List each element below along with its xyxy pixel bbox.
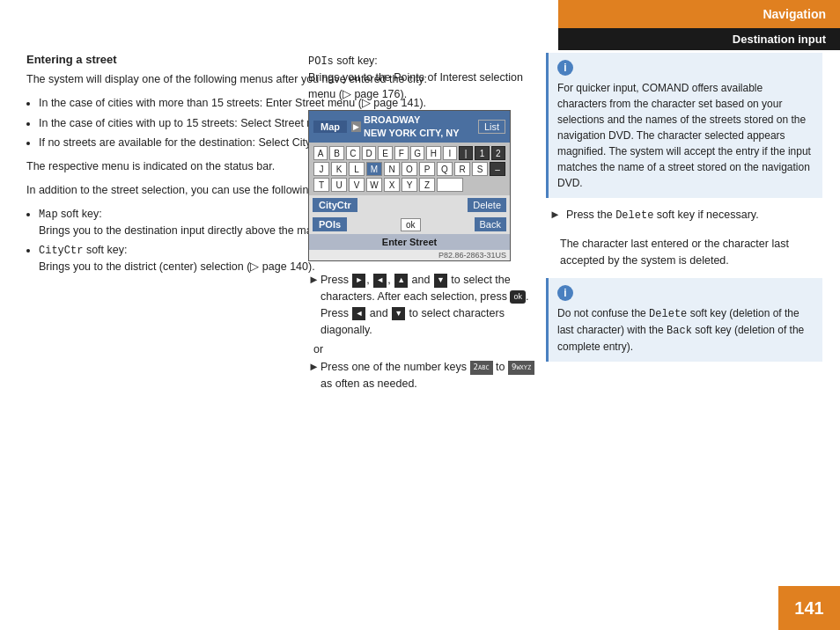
up-arrow-icon: ▲	[394, 274, 408, 288]
key-J[interactable]: J	[313, 162, 329, 176]
header-nav-title: Navigation	[558, 0, 840, 28]
key-U[interactable]: U	[331, 178, 347, 192]
nav-addr-icon: ▶	[351, 121, 361, 132]
key-B[interactable]: B	[329, 146, 343, 160]
map-button[interactable]: Map	[313, 121, 347, 133]
middle-column: POIs soft key: Brings you to the Points …	[308, 53, 537, 604]
page-number: 141	[778, 586, 840, 630]
ok-icon: ok	[510, 290, 526, 304]
press-delete-row: ► Press the Delete soft key if necessary…	[546, 207, 822, 231]
down-arrow-icon: ▼	[434, 274, 447, 288]
key-H[interactable]: H	[426, 146, 440, 160]
key-A[interactable]: A	[313, 146, 328, 160]
key-C[interactable]: C	[346, 146, 360, 160]
info-box-2-text: Do not confuse the Delete soft key (dele…	[557, 307, 804, 353]
header-nav: Navigation Destination input	[558, 0, 840, 50]
key-O[interactable]: O	[402, 162, 417, 176]
right-column: i For quicker input, COMAND offers avail…	[546, 53, 822, 604]
key-2[interactable]: 2	[491, 146, 505, 160]
back-button[interactable]: Back	[475, 217, 506, 231]
down-arrow-icon2: ▼	[392, 307, 405, 321]
nav-addr-line1: BROADWAY	[364, 114, 460, 127]
kb-row-1: A B C D E F G H I | 1 2	[313, 146, 505, 160]
nav-softkeys-row1: CityCtr Delete	[309, 195, 510, 215]
key-space[interactable]	[437, 178, 463, 192]
left-arrow-icon: ◄	[373, 274, 387, 288]
part-number: P82.86-2863-31US	[309, 250, 510, 260]
key-Y[interactable]: Y	[402, 178, 417, 192]
info-box-2: i Do not confuse the Delete soft key (de…	[546, 278, 822, 362]
key-E[interactable]: E	[378, 146, 392, 160]
nav-status: Enter Street	[309, 234, 510, 250]
nav-softkeys-row2: POIs ok Back	[309, 215, 510, 234]
pois-softkey-text: POIs soft key: Brings you to the Points …	[308, 53, 537, 103]
info-box-1: i For quicker input, COMAND offers avail…	[546, 53, 822, 198]
nav-topbar-left: Map ▶ BROADWAY NEW YORK CITY, NY	[313, 114, 460, 141]
arrow-icon-2: ►	[308, 360, 317, 373]
info-icon-2: i	[557, 285, 573, 301]
key-W[interactable]: W	[366, 178, 382, 192]
instruction-1: ► Press ►, ◄, ▲ and ▼ to select the char…	[308, 272, 537, 338]
nav-ui: Map ▶ BROADWAY NEW YORK CITY, NY List A …	[308, 110, 511, 262]
cityctr-button[interactable]: CityCtr	[313, 198, 357, 212]
instruction-2-text: Press one of the number keys 2ABC to 9WX…	[321, 359, 537, 392]
key-P[interactable]: P	[419, 162, 435, 176]
left-arrow-icon2: ◄	[352, 307, 365, 321]
key-dash[interactable]: –	[490, 162, 505, 176]
key-D[interactable]: D	[362, 146, 376, 160]
key-S[interactable]: S	[472, 162, 488, 176]
list-button[interactable]: List	[478, 120, 505, 134]
key-F[interactable]: F	[394, 146, 409, 160]
kb-row-3: T U V W X Y Z	[313, 178, 505, 192]
key-N[interactable]: N	[384, 162, 400, 176]
ok-button[interactable]: ok	[401, 218, 421, 231]
nav-keyboard: A B C D E F G H I | 1 2 J K L M N O P	[309, 143, 510, 195]
key-Q[interactable]: Q	[437, 162, 453, 176]
key-M[interactable]: M	[366, 162, 382, 176]
key-G[interactable]: G	[410, 146, 424, 160]
char-deleted-text: The character last entered or the charac…	[546, 236, 822, 269]
key-Z[interactable]: Z	[419, 178, 435, 192]
info-box-1-text: For quicker input, COMAND offers availab…	[557, 82, 811, 189]
key-R[interactable]: R	[454, 162, 470, 176]
nav-address: BROADWAY NEW YORK CITY, NY	[364, 114, 460, 141]
key-sep: |	[459, 146, 473, 160]
key-1[interactable]: 1	[475, 146, 489, 160]
nav-addr-line2: NEW YORK CITY, NY	[364, 127, 460, 140]
kb-row-2: J K L M N O P Q R S –	[313, 162, 505, 176]
press-delete-text: Press the Delete soft key if necessary.	[566, 207, 759, 223]
right-arrow-icon: ►	[352, 274, 365, 288]
arrow-icon-3: ►	[549, 208, 561, 221]
or-text: or	[313, 343, 537, 355]
key-X[interactable]: X	[384, 178, 400, 192]
key-L[interactable]: L	[349, 162, 365, 176]
arrow-icon-1: ►	[308, 273, 317, 286]
instruction-1-text: Press ►, ◄, ▲ and ▼ to select the charac…	[321, 272, 537, 338]
header-nav-subtitle: Destination input	[558, 28, 840, 50]
key-T[interactable]: T	[313, 178, 329, 192]
nav-topbar: Map ▶ BROADWAY NEW YORK CITY, NY List	[309, 111, 510, 143]
delete-button[interactable]: Delete	[468, 198, 506, 212]
pois-button[interactable]: POIs	[313, 217, 347, 231]
info-icon-1: i	[557, 60, 573, 76]
instruction-2: ► Press one of the number keys 2ABC to 9…	[308, 359, 537, 392]
key-K[interactable]: K	[331, 162, 347, 176]
key-I[interactable]: I	[443, 146, 457, 160]
key-V[interactable]: V	[349, 178, 365, 192]
num-key-icon: 2ABC	[470, 361, 493, 375]
num-key-icon2: 9WXYZ	[508, 361, 534, 375]
